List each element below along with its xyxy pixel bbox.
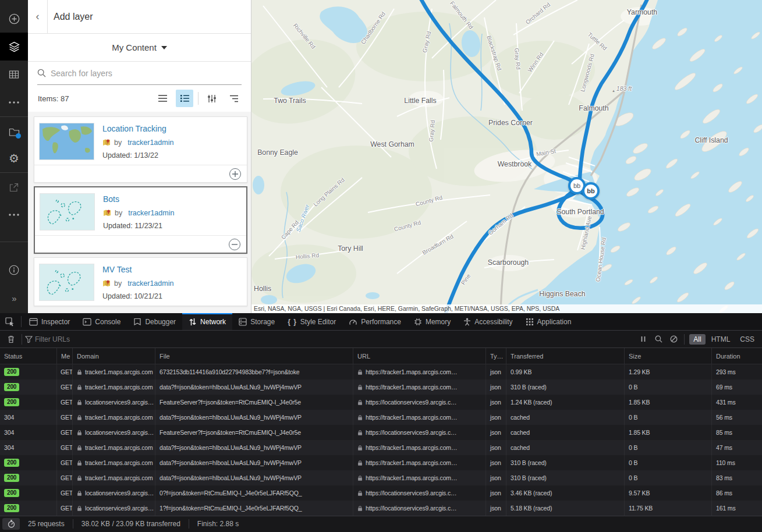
layer-title-link[interactable]: Bots bbox=[103, 194, 174, 204]
detail-list-view-button[interactable] bbox=[176, 90, 193, 107]
pause-icon bbox=[640, 336, 646, 342]
column-header-domain[interactable]: Domain bbox=[73, 348, 155, 364]
block-requests-button[interactable] bbox=[666, 332, 681, 346]
column-header-type[interactable]: Ty… bbox=[486, 348, 506, 364]
layer-card-mv-test[interactable]: MV Test by tracker1admin Updated: 10/21/… bbox=[34, 257, 247, 306]
filter-chip-css[interactable]: CSS bbox=[736, 334, 759, 345]
network-request-row[interactable]: 304GETtracker1.maps.arcgis.comdata?f=jso… bbox=[0, 440, 762, 455]
settings-button[interactable]: ⚙ bbox=[0, 144, 28, 172]
tab-accessibility[interactable]: Accessibility bbox=[457, 313, 519, 330]
network-request-row[interactable]: 200GETtracker1.maps.arcgis.com6732153db1… bbox=[0, 364, 762, 380]
share-button[interactable] bbox=[0, 173, 28, 201]
content-source-dropdown[interactable]: My Content bbox=[28, 34, 251, 62]
layers-button[interactable] bbox=[0, 33, 28, 61]
pause-log-button[interactable] bbox=[636, 332, 651, 346]
info-icon bbox=[9, 265, 19, 275]
network-request-row[interactable]: 200GETtracker1.maps.arcgis.comdata?f=jso… bbox=[0, 380, 762, 395]
filter-chip-html[interactable]: HTML bbox=[707, 334, 735, 345]
map-road-label: Winn Rd bbox=[526, 51, 544, 73]
search-input[interactable] bbox=[51, 69, 242, 78]
tables-button[interactable] bbox=[0, 61, 28, 88]
column-header-duration[interactable]: Duration bbox=[712, 348, 762, 364]
table-icon bbox=[9, 69, 19, 80]
map-place-label: Westbrook bbox=[498, 160, 532, 168]
method-cell: GET bbox=[57, 364, 73, 380]
add-layer-to-map-button[interactable] bbox=[229, 168, 241, 180]
tab-storage[interactable]: Storage bbox=[232, 313, 281, 330]
network-request-row[interactable]: 200GETtracker1.maps.arcgis.comdata?f=jso… bbox=[0, 470, 762, 485]
column-header-transferred[interactable]: Transferred bbox=[506, 348, 625, 364]
map-road-label: Gray Rd bbox=[513, 48, 522, 70]
devtools-panel: Inspector Console Debugger Network Stora… bbox=[0, 313, 762, 532]
network-request-row[interactable]: 304GETtracker1.maps.arcgis.comdata?f=jso… bbox=[0, 410, 762, 425]
tab-style-editor[interactable]: { } Style Editor bbox=[281, 313, 342, 330]
map-place-label: Scarborough bbox=[488, 258, 529, 267]
owner-link[interactable]: tracker1admin bbox=[127, 279, 173, 288]
layer-title-link[interactable]: Location Tracking bbox=[102, 124, 173, 133]
column-header-status[interactable]: Status bbox=[0, 348, 57, 364]
column-header-url[interactable]: URL bbox=[353, 348, 486, 364]
network-request-row[interactable]: 200GETlocationservices9.arcgis…FeatureSe… bbox=[0, 395, 762, 410]
basemap-button[interactable] bbox=[0, 118, 28, 146]
network-request-row[interactable]: 200GETlocationservices9.arcgis…1?f=json&… bbox=[0, 501, 762, 516]
column-header-file[interactable]: File bbox=[155, 348, 353, 364]
pick-element-button[interactable] bbox=[0, 313, 20, 330]
url-cell: https://tracker1.maps.arcgis.com… bbox=[353, 410, 486, 425]
method-cell: GET bbox=[57, 455, 73, 470]
sort-button[interactable] bbox=[225, 90, 243, 107]
throttling-button[interactable] bbox=[2, 518, 20, 530]
owner-link[interactable]: tracker1admin bbox=[128, 209, 174, 217]
filter-urls-input[interactable] bbox=[35, 335, 636, 343]
items-toolbar: Items: 87 bbox=[28, 85, 251, 112]
clear-requests-button[interactable] bbox=[3, 332, 19, 346]
add-content-button[interactable] bbox=[0, 5, 28, 33]
domain-cell: locationservices9.arcgis… bbox=[73, 395, 155, 410]
map-place-label: Bonny Eagle bbox=[257, 148, 298, 157]
domain-cell: tracker1.maps.arcgis.com bbox=[73, 410, 155, 425]
tab-network[interactable]: Network bbox=[182, 313, 232, 330]
collapse-button[interactable]: » bbox=[0, 284, 28, 312]
by-label: by bbox=[114, 139, 122, 147]
more-tools-button[interactable] bbox=[0, 201, 28, 229]
type-cell: json bbox=[486, 395, 506, 410]
filter-chip-all[interactable]: All bbox=[689, 334, 705, 345]
search-icon bbox=[37, 69, 46, 77]
tab-performance[interactable]: Performance bbox=[342, 313, 407, 330]
remove-layer-from-map-button[interactable] bbox=[229, 239, 240, 250]
layer-card-location-tracking[interactable]: Location Tracking by tracker1admin Updat… bbox=[34, 116, 247, 183]
tab-console[interactable]: Console bbox=[76, 313, 127, 330]
column-header-size[interactable]: Size bbox=[625, 348, 712, 364]
search-requests-button[interactable] bbox=[651, 332, 666, 346]
map-road-label: Gray Rd bbox=[421, 31, 433, 54]
map-road-label: Richville Rd bbox=[292, 22, 317, 50]
owner-link[interactable]: tracker1admin bbox=[127, 139, 173, 147]
tab-inspector[interactable]: Inspector bbox=[23, 313, 76, 330]
lock-icon bbox=[357, 490, 363, 496]
list-view-button[interactable] bbox=[154, 90, 171, 107]
network-request-row[interactable]: 304GETlocationservices9.arcgis…FeatureSe… bbox=[0, 425, 762, 440]
file-cell: data?f=json&token=hIboaLUwAsLNu9_hvWPj4m… bbox=[155, 380, 353, 395]
tracked-user-marker[interactable]: bb bbox=[582, 182, 600, 200]
status-cell: 200 bbox=[0, 455, 57, 470]
layer-card-bots[interactable]: Bots by tracker1admin Updated: 11/23/21 bbox=[34, 186, 247, 254]
domain-cell: tracker1.maps.arcgis.com bbox=[73, 364, 155, 380]
info-button[interactable] bbox=[0, 256, 28, 284]
type-cell: json bbox=[486, 364, 506, 380]
tracks-thumbnail bbox=[40, 193, 95, 230]
tab-memory[interactable]: Memory bbox=[407, 313, 457, 330]
add-layer-panel: ‹ Add layer My Content Items: 87 bbox=[28, 0, 251, 313]
network-request-row[interactable]: 200GETlocationservices9.arcgis…0?f=json&… bbox=[0, 485, 762, 501]
more-top-button[interactable] bbox=[0, 88, 28, 116]
map-view[interactable]: Two TrailsLittle FallsPrides CornerFalmo… bbox=[251, 0, 762, 313]
network-request-row[interactable]: 200GETtracker1.maps.arcgis.comdata?f=jso… bbox=[0, 455, 762, 470]
tab-debugger[interactable]: Debugger bbox=[127, 313, 182, 330]
file-cell: data?f=json&token=hIboaLUwAsLNu9_hvWPj4m… bbox=[155, 440, 353, 455]
filter-button[interactable] bbox=[203, 90, 221, 107]
column-header-method[interactable]: Me bbox=[57, 348, 73, 364]
back-button[interactable]: ‹ bbox=[28, 0, 48, 34]
status-badge: 200 bbox=[4, 368, 19, 376]
layer-title-link[interactable]: MV Test bbox=[102, 265, 173, 274]
toolbar-divider bbox=[198, 92, 199, 105]
duration-cell: 85 ms bbox=[712, 425, 762, 440]
tab-application[interactable]: Application bbox=[519, 313, 578, 330]
